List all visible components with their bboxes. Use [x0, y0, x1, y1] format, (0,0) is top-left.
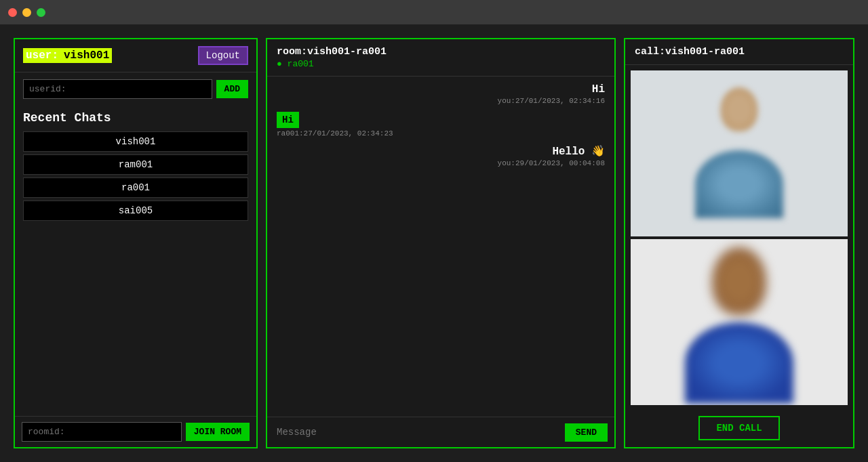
chat-item-ra001[interactable]: ra001	[23, 177, 248, 198]
chat-item-ram001[interactable]: ram001	[23, 154, 248, 175]
video-feeds	[625, 65, 853, 411]
local-avatar	[631, 239, 848, 405]
message-3-text: Hello 👋	[552, 144, 605, 158]
message-1-meta: you:27/01/2023, 02:34:16	[498, 97, 605, 105]
call-header: call:vish001-ra001	[625, 39, 853, 65]
message-3-meta: you:29/01/2023, 00:04:08	[498, 159, 605, 167]
add-user-row: ADD	[15, 72, 256, 106]
end-call-row: END CALL	[625, 411, 853, 447]
app-container: user:vish001 Logout ADD Recent Chats vis…	[0, 24, 868, 462]
roomid-input[interactable]	[22, 422, 182, 442]
message-input-row: SEND	[267, 417, 614, 447]
bottom-row: JOIN ROOM	[15, 416, 256, 447]
chat-item-sai005[interactable]: sai005	[23, 201, 248, 221]
user-header: user:vish001 Logout	[15, 39, 256, 72]
room-header: room:vish001-ra001 ra001	[267, 39, 614, 77]
message-input[interactable]	[274, 423, 561, 442]
local-video-feed	[631, 239, 848, 405]
join-room-button[interactable]: JOIN ROOM	[186, 423, 250, 441]
minimize-button[interactable]	[22, 8, 31, 17]
call-title: call:vish001-ra001	[635, 46, 844, 58]
message-1-text: Hi	[592, 83, 605, 96]
message-3: Hello 👋 you:29/01/2023, 00:04:08	[277, 144, 605, 167]
maximize-button[interactable]	[37, 8, 45, 17]
user-label: user:vish001	[23, 49, 112, 62]
remote-avatar	[631, 70, 848, 236]
message-2: Hi ra001:27/01/2023, 02:34:23	[277, 112, 605, 138]
add-button[interactable]: ADD	[216, 80, 248, 98]
send-button[interactable]: SEND	[565, 423, 608, 442]
middle-panel: room:vish001-ra001 ra001 Hi you:27/01/20…	[266, 38, 616, 448]
chat-item-vish001[interactable]: vish001	[23, 131, 248, 152]
titlebar	[0, 0, 868, 24]
right-panel: call:vish001-ra001 END CALL	[624, 38, 854, 448]
message-2-meta: ra001:27/01/2023, 02:34:23	[277, 129, 393, 138]
room-title: room:vish001-ra001	[277, 46, 605, 58]
message-1: Hi you:27/01/2023, 02:34:16	[277, 83, 605, 105]
recent-chats-title: Recent Chats	[15, 106, 256, 129]
message-2-text: Hi	[277, 112, 299, 128]
remote-video-feed	[631, 70, 848, 236]
userid-input[interactable]	[23, 79, 212, 99]
left-panel: user:vish001 Logout ADD Recent Chats vis…	[14, 38, 258, 448]
room-online-user: ra001	[277, 59, 605, 69]
logout-button[interactable]: Logout	[198, 46, 248, 65]
end-call-button[interactable]: END CALL	[698, 416, 779, 440]
chat-list: vish001 ram001 ra001 sai005	[15, 129, 256, 224]
messages-area: Hi you:27/01/2023, 02:34:16 Hi ra001:27/…	[267, 77, 614, 417]
close-button[interactable]	[8, 8, 17, 17]
